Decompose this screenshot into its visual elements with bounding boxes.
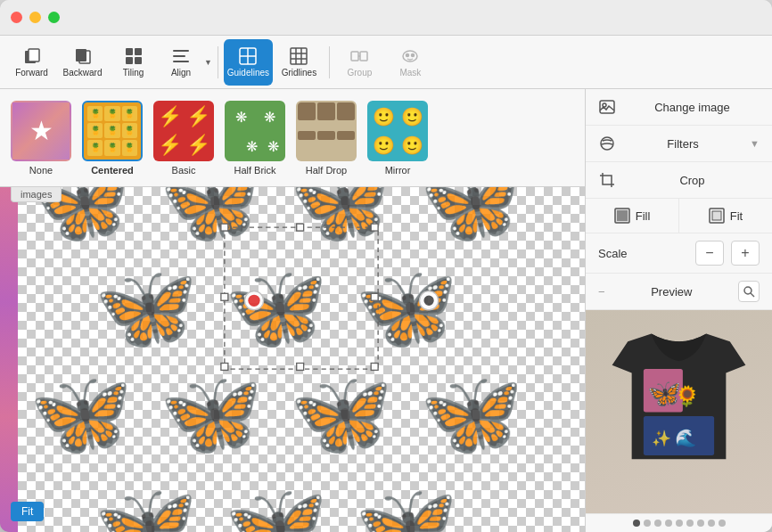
scale-plus-button[interactable]: + — [731, 241, 760, 266]
backward-button[interactable]: Backward — [58, 39, 107, 86]
pattern-none-label: None — [29, 165, 53, 176]
pattern-half-drop[interactable]: Half Drop — [296, 101, 357, 176]
gridlines-label: Gridlines — [282, 68, 316, 78]
guidelines-button[interactable]: Guidelines — [224, 39, 273, 86]
canvas-area[interactable]: ★ None 🍍 🍍 🍍 🍍 🍍 🍍 🍍 🍍 � — [0, 89, 585, 532]
svg-rect-9 — [173, 55, 185, 57]
svg-text:🦋: 🦋 — [225, 478, 328, 532]
preview-image: 🦋 🌻 ✨ 🌊 — [586, 310, 772, 513]
scale-minus-button[interactable]: − — [695, 241, 724, 266]
preview-search-button[interactable] — [738, 281, 760, 302]
canvas-viewport[interactable]: 🦋 🦋 🦋 🦋 🦋 🦋 🦋 🦋 🦋 🦋 🦋 🦋 🦋 🦋 — [0, 187, 585, 532]
svg-text:🦋: 🦋 — [355, 478, 458, 532]
pattern-basic[interactable]: ⚡ ⚡ ⚡ ⚡ Basic — [153, 101, 214, 176]
forward-label: Forward — [15, 68, 48, 78]
forward-button[interactable]: Forward — [7, 39, 56, 86]
titlebar — [0, 0, 772, 36]
filters-label: Filters — [625, 137, 741, 151]
fit-label: Fit — [730, 209, 743, 223]
svg-rect-1 — [29, 49, 39, 61]
svg-rect-8 — [173, 50, 189, 52]
preview-dots — [586, 513, 772, 532]
search-icon — [743, 285, 755, 298]
align-button[interactable]: Align — [160, 39, 202, 86]
close-button[interactable] — [11, 12, 22, 23]
minimize-button[interactable] — [29, 12, 41, 23]
preview-minus-label: − — [598, 285, 605, 299]
change-image-row[interactable]: Change image — [586, 89, 772, 126]
sidebar: Change image Filters ▼ Crop — [585, 89, 772, 532]
toolbar-sep-1 — [218, 46, 218, 78]
pattern-half-brick[interactable]: ❋ ❋ ❋ ❋ Half Brick — [225, 101, 285, 176]
scale-label: Scale — [598, 247, 688, 260]
preview-dot-4[interactable] — [665, 520, 672, 527]
preview-dot-8[interactable] — [708, 520, 715, 527]
scale-row: Scale − + — [586, 233, 772, 274]
align-dropdown[interactable]: ▼ — [204, 58, 212, 67]
svg-rect-44 — [371, 293, 378, 300]
tshirt-preview: 🦋 🌻 ✨ 🌊 — [586, 310, 772, 483]
maximize-button[interactable] — [48, 12, 60, 23]
filters-icon — [598, 135, 616, 152]
preview-dot-1[interactable] — [633, 520, 640, 527]
images-tab[interactable]: images — [11, 187, 62, 202]
svg-text:🌻: 🌻 — [675, 384, 700, 408]
tiling-button[interactable]: Tiling — [109, 39, 158, 86]
preview-dot-2[interactable] — [644, 520, 651, 527]
svg-rect-3 — [76, 49, 86, 61]
change-image-label: Change image — [625, 101, 760, 114]
svg-text:🌊: 🌊 — [675, 428, 697, 448]
pattern-basic-thumb: ⚡ ⚡ ⚡ ⚡ — [153, 101, 214, 161]
group-button[interactable]: Group — [335, 39, 384, 86]
svg-rect-56 — [617, 210, 628, 221]
svg-rect-58 — [712, 211, 721, 220]
svg-text:✨: ✨ — [652, 429, 671, 448]
preview-dot-5[interactable] — [676, 520, 683, 527]
align-label: Align — [171, 68, 191, 78]
svg-text:🦋: 🦋 — [94, 259, 198, 356]
filters-expand-icon[interactable]: ▼ — [750, 138, 760, 149]
fit-button-sidebar[interactable]: Fit — [679, 199, 772, 233]
svg-text:🦋: 🦋 — [160, 187, 263, 250]
preview-dot-9[interactable] — [719, 520, 726, 527]
pattern-centered[interactable]: 🍍 🍍 🍍 🍍 🍍 🍍 🍍 🍍 🍍 Centered — [82, 101, 143, 176]
fit-button[interactable]: Fit — [11, 502, 44, 521]
pattern-none-thumb: ★ — [11, 101, 71, 161]
preview-header: − Preview — [586, 274, 772, 310]
preview-dot-3[interactable] — [654, 520, 661, 527]
app-window: Forward Backward Tiling — [0, 0, 772, 532]
pattern-mirror-label: Mirror — [385, 165, 411, 176]
toolbar: Forward Backward Tiling — [0, 36, 772, 89]
fill-fit-row: Fill Fit — [586, 199, 772, 233]
left-strip — [0, 187, 18, 532]
fill-label: Fill — [636, 209, 651, 223]
pattern-half-drop-thumb — [296, 101, 357, 161]
svg-rect-45 — [221, 363, 228, 370]
gridlines-button[interactable]: Gridlines — [275, 39, 324, 86]
align-group: Align ▼ — [160, 39, 212, 86]
svg-text:🦋: 🦋 — [225, 259, 328, 356]
svg-rect-4 — [126, 48, 133, 55]
tiling-label: Tiling — [123, 68, 144, 78]
crop-row[interactable]: Crop — [586, 162, 772, 199]
svg-point-49 — [248, 295, 259, 307]
preview-dot-7[interactable] — [697, 520, 704, 527]
svg-text:🦋: 🦋 — [94, 478, 198, 532]
svg-text:🦋: 🦋 — [355, 259, 458, 356]
svg-text:🦋: 🦋 — [420, 365, 523, 462]
pattern-basic-label: Basic — [172, 165, 196, 176]
mask-label: Mask — [399, 68, 421, 78]
svg-rect-10 — [173, 61, 189, 62]
filters-row[interactable]: Filters ▼ — [586, 126, 772, 162]
preview-dot-6[interactable] — [686, 520, 694, 527]
pattern-half-brick-label: Half Brick — [234, 165, 275, 176]
crop-icon — [598, 171, 616, 189]
svg-rect-47 — [371, 363, 378, 370]
pattern-mirror[interactable]: 🙂 🙂 🙂 🙂 Mirror — [367, 101, 428, 176]
pattern-none[interactable]: ★ None — [11, 101, 71, 176]
svg-text:🦋: 🦋 — [420, 187, 523, 250]
svg-text:🦋: 🦋 — [290, 187, 393, 250]
mask-button[interactable]: Mask — [386, 39, 435, 86]
svg-rect-52 — [600, 101, 614, 113]
fill-button[interactable]: Fill — [586, 199, 679, 233]
